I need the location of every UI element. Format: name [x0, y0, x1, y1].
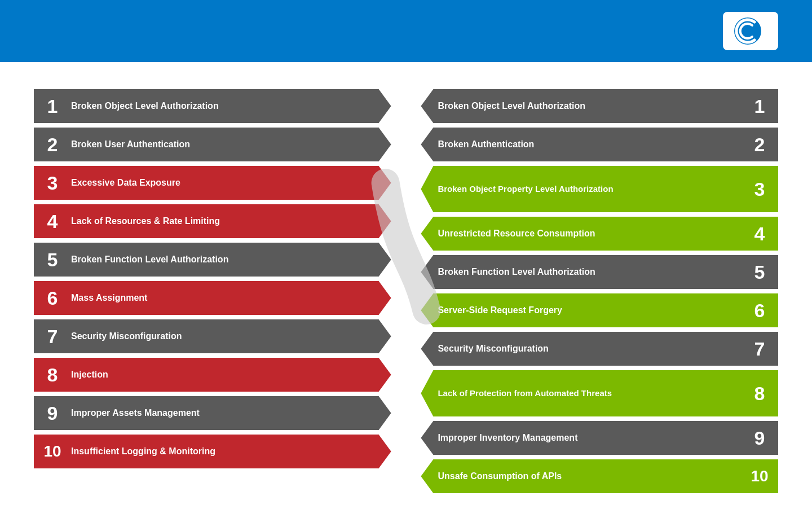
left-item-7: 7 Security Misconfiguration [34, 319, 391, 353]
right-item-10: 10 Unsafe Consumption of APIs [421, 459, 778, 493]
col-2019: 1 Broken Object Level Authorization 2 Br… [34, 89, 391, 468]
item-number: 7 [34, 319, 71, 353]
item-number: 10 [741, 459, 778, 493]
item-number: 2 [741, 128, 778, 161]
item-label: Broken Function Level Authorization [421, 266, 741, 278]
item-number: 3 [741, 166, 778, 212]
item-number: 9 [34, 396, 71, 430]
left-item-9: 9 Improper Assets Management [34, 396, 391, 430]
item-label: Unrestricted Resource Consumption [421, 228, 741, 240]
item-label: Broken Object Level Authorization [421, 100, 741, 112]
header [0, 0, 812, 62]
item-number: 4 [741, 217, 778, 251]
left-item-8: 8 Injection [34, 358, 391, 392]
item-number: 1 [34, 89, 71, 123]
item-label: Server-Side Request Forgery [421, 305, 741, 317]
item-number: 10 [34, 435, 71, 468]
svg-point-0 [734, 17, 761, 45]
item-number: 8 [34, 358, 71, 392]
right-item-7: 7 Security Misconfiguration [421, 332, 778, 366]
item-number: 5 [34, 243, 71, 277]
item-number: 2 [34, 128, 71, 161]
item-label: Security Misconfiguration [421, 343, 741, 355]
item-label: Injection [71, 369, 391, 381]
item-number: 1 [741, 89, 778, 123]
left-item-6: 6 Mass Assignment [34, 281, 391, 315]
item-label: Security Misconfiguration [71, 331, 391, 343]
item-label: Broken Object Level Authorization [71, 100, 391, 112]
item-label: Mass Assignment [71, 292, 391, 304]
left-item-2: 2 Broken User Authentication [34, 128, 391, 161]
right-item-6: 6 Server-Side Request Forgery [421, 293, 778, 327]
left-item-4: 4 Lack of Resources & Rate Limiting [34, 204, 391, 238]
item-number: 7 [741, 332, 778, 366]
item-number: 5 [741, 255, 778, 289]
item-label: Insufficient Logging & Monitoring [71, 446, 391, 458]
item-label: Broken Authentication [421, 139, 741, 151]
item-label: Lack of Resources & Rate Limiting [71, 216, 391, 227]
col-2023: 1 Broken Object Level Authorization 2 Br… [421, 89, 778, 493]
right-item-2: 2 Broken Authentication [421, 128, 778, 161]
right-item-4: 4 Unrestricted Resource Consumption [421, 217, 778, 251]
item-number: 3 [34, 166, 71, 200]
item-number: 4 [34, 204, 71, 238]
logo-container [723, 12, 778, 50]
left-item-1: 1 Broken Object Level Authorization [34, 89, 391, 123]
item-number: 6 [741, 293, 778, 327]
right-item-1: 1 Broken Object Level Authorization [421, 89, 778, 123]
item-label: Broken Object Property Level Authorizati… [421, 183, 741, 195]
item-label: Broken Function Level Authorization [71, 254, 391, 266]
right-item-8: 8 Lack of Protection from Automated Thre… [421, 370, 778, 416]
comparison-columns: 1 Broken Object Level Authorization 2 Br… [34, 89, 778, 493]
right-item-9: 9 Improper Inventory Management [421, 421, 778, 455]
item-label: Excessive Data Exposure [71, 177, 391, 189]
item-number: 9 [741, 421, 778, 455]
item-label: Improper Assets Management [71, 407, 391, 419]
left-item-10: 10 Insufficient Logging & Monitoring [34, 435, 391, 468]
right-item-3: 3 Broken Object Property Level Authoriza… [421, 166, 778, 212]
left-item-3: 3 Excessive Data Exposure [34, 166, 391, 200]
main-content: 1 Broken Object Level Authorization 2 Br… [0, 62, 812, 510]
right-item-5: 5 Broken Function Level Authorization [421, 255, 778, 289]
item-label: Broken User Authentication [71, 139, 391, 151]
item-label: Unsafe Consumption of APIs [421, 471, 741, 482]
item-label: Improper Inventory Management [421, 432, 741, 444]
item-number: 8 [741, 370, 778, 416]
item-number: 6 [34, 281, 71, 315]
akamai-logo-icon [733, 16, 762, 46]
left-item-5: 5 Broken Function Level Authorization [34, 243, 391, 277]
item-label: Lack of Protection from Automated Threat… [421, 388, 741, 399]
